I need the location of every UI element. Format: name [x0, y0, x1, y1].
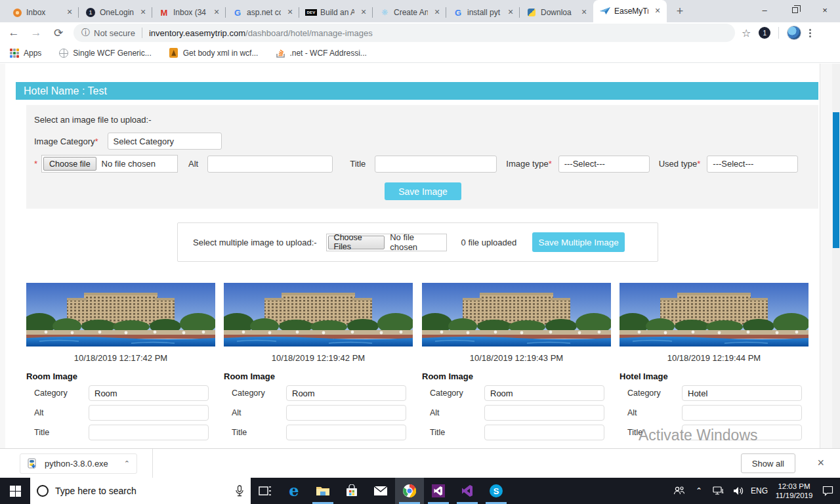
- taskbar-app-file-explorer[interactable]: [308, 478, 337, 504]
- minimize-button[interactable]: –: [749, 0, 780, 20]
- browser-tab[interactable]: Inbox×: [5, 3, 79, 22]
- taskbar-app-edge[interactable]: e: [280, 478, 308, 504]
- download-bar-close-icon[interactable]: ×: [817, 456, 824, 470]
- page-scrollbar[interactable]: [832, 64, 840, 448]
- menu-kebab-icon[interactable]: [809, 29, 811, 37]
- svg-text:S: S: [494, 486, 499, 496]
- tab-title: Downloa: [541, 8, 575, 17]
- extension-badge[interactable]: 1: [759, 27, 770, 39]
- volume-icon[interactable]: [730, 478, 747, 504]
- browser-tab[interactable]: Ginstall pyt×: [446, 3, 520, 22]
- restore-button[interactable]: [780, 0, 810, 20]
- browser-tab[interactable]: DEVBuild an A×: [299, 3, 373, 22]
- choose-file-button[interactable]: Choose file: [43, 157, 96, 171]
- card-alt-input[interactable]: [484, 405, 604, 421]
- system-tray: ⌃ ENG 12:03 PM 11/19/2019: [671, 478, 840, 504]
- close-window-button[interactable]: ×: [810, 0, 840, 20]
- restore-icon: [792, 7, 798, 13]
- file-input[interactable]: Choose file No file chosen: [41, 155, 178, 173]
- network-icon[interactable]: [710, 478, 727, 504]
- tab-close-icon[interactable]: ×: [432, 7, 442, 18]
- image-type-select[interactable]: [558, 156, 650, 173]
- profile-avatar[interactable]: [787, 26, 801, 40]
- bookmark-item[interactable]: Get body xml in wcf...: [169, 48, 259, 58]
- image-type-label: Image type*: [506, 159, 551, 169]
- save-multiple-image-button[interactable]: Save Multiple Image: [532, 232, 625, 252]
- taskbar-app-skype[interactable]: S: [482, 478, 511, 504]
- card-category-input[interactable]: [682, 385, 802, 401]
- taskbar-app-mail[interactable]: [366, 478, 395, 504]
- tab-close-icon[interactable]: ×: [138, 7, 148, 18]
- onelogin-icon: 1: [85, 7, 96, 18]
- card-title-input[interactable]: [286, 425, 406, 440]
- gmail-icon: M: [159, 7, 169, 18]
- taskbar-app-task-view[interactable]: [251, 478, 280, 504]
- hotel-photo[interactable]: [620, 283, 808, 346]
- orange-circle-icon: [12, 7, 22, 18]
- card-alt-input[interactable]: [682, 405, 802, 421]
- card-alt-input[interactable]: [89, 405, 209, 421]
- new-tab-button[interactable]: +: [671, 2, 689, 20]
- card-category-input[interactable]: [286, 385, 406, 401]
- tab-close-icon[interactable]: ×: [652, 6, 663, 16]
- taskbar-app-visual-studio[interactable]: [453, 478, 482, 504]
- hotel-photo[interactable]: [224, 283, 413, 346]
- tab-close-icon[interactable]: ×: [505, 7, 516, 18]
- taskbar-search[interactable]: Type here to search: [30, 478, 251, 504]
- card-title-input[interactable]: [484, 425, 604, 440]
- show-all-button[interactable]: Show all: [741, 453, 795, 473]
- card-title-input[interactable]: [682, 425, 802, 440]
- browser-tab[interactable]: EaseMyTr×: [593, 0, 667, 22]
- card-title-input[interactable]: [89, 425, 209, 440]
- taskbar-clock[interactable]: 12:03 PM 11/19/2019: [772, 482, 816, 500]
- hotel-photo[interactable]: [26, 283, 215, 346]
- action-center-icon[interactable]: [819, 478, 836, 504]
- save-image-button[interactable]: Save Image: [385, 182, 461, 200]
- address-bar[interactable]: ⓘ Not secure inventory.easemytrip.com/da…: [74, 24, 735, 42]
- tab-close-icon[interactable]: ×: [358, 7, 369, 18]
- tab-close-icon[interactable]: ×: [579, 7, 589, 18]
- download-item[interactable]: python-3.8.0.exe ⌃: [20, 453, 137, 474]
- tray-chevron-up-icon[interactable]: ⌃: [690, 478, 707, 504]
- alt-input[interactable]: [207, 156, 333, 173]
- bookmark-item[interactable]: .net - WCF Addressi...: [275, 48, 366, 58]
- tab-close-icon[interactable]: ×: [64, 7, 75, 18]
- browser-tab[interactable]: ❋Create An×: [373, 3, 446, 22]
- taskbar-app-store[interactable]: [337, 478, 366, 504]
- image-category-label: Image Category*: [34, 136, 98, 146]
- scrollbar-thumb[interactable]: [833, 112, 839, 248]
- browser-tab[interactable]: Downloa×: [520, 3, 593, 22]
- start-button[interactable]: [0, 478, 30, 504]
- taskbar-app-chrome[interactable]: [395, 478, 424, 504]
- bookmark-star-icon[interactable]: ☆: [742, 27, 751, 39]
- multi-file-input[interactable]: Choose Files No file chosen: [326, 234, 447, 251]
- card-alt-input[interactable]: [286, 405, 406, 421]
- screen: Inbox×1OneLogin×MInbox (34×Gasp.net co×D…: [0, 0, 840, 504]
- chevron-up-icon[interactable]: ⌃: [124, 459, 130, 468]
- people-icon[interactable]: [671, 478, 688, 504]
- choose-files-button[interactable]: Choose Files: [328, 236, 385, 249]
- browser-tab[interactable]: MInbox (34×: [152, 3, 226, 22]
- microphone-icon[interactable]: [235, 485, 244, 497]
- forward-button[interactable]: →: [28, 24, 45, 41]
- card-category-input[interactable]: [89, 385, 209, 401]
- card-category-input[interactable]: [484, 385, 604, 401]
- used-type-select[interactable]: [707, 156, 798, 173]
- tab-close-icon[interactable]: ×: [285, 7, 295, 18]
- back-button[interactable]: ←: [5, 24, 22, 41]
- language-indicator[interactable]: ENG: [749, 486, 769, 495]
- browser-tab[interactable]: Gasp.net co×: [226, 3, 299, 22]
- tab-close-icon[interactable]: ×: [211, 7, 222, 18]
- hotel-photo[interactable]: [422, 283, 611, 346]
- easemytrip-icon: [600, 6, 610, 16]
- file-row: * Choose file No file chosen Alt Title I…: [34, 155, 812, 173]
- title-input[interactable]: [375, 156, 497, 173]
- browser-tab[interactable]: 1OneLogin×: [79, 3, 152, 22]
- bookmark-item[interactable]: Apps: [9, 48, 41, 58]
- reload-button[interactable]: ⟳: [50, 24, 67, 41]
- taskbar-app-visual-studio-dark[interactable]: [424, 478, 453, 504]
- image-category-select[interactable]: [108, 133, 222, 150]
- info-icon[interactable]: ⓘ: [81, 27, 90, 39]
- bookmark-item[interactable]: Single WCF Generic...: [58, 48, 151, 58]
- apps-grid-icon: [9, 48, 20, 58]
